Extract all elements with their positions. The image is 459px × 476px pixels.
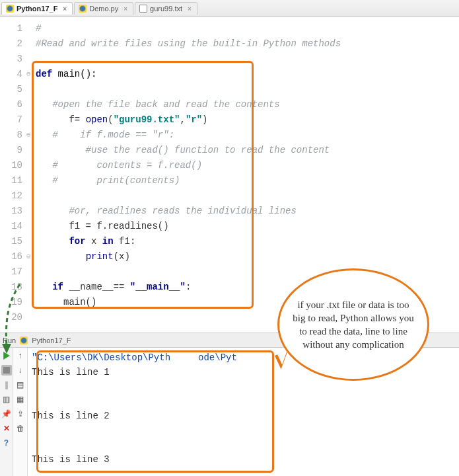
python-file-icon <box>79 5 87 13</box>
layout-icon[interactable]: ▥ <box>1 394 12 405</box>
console-line: This is line 2 <box>32 411 110 421</box>
close-icon[interactable]: ✕ <box>1 423 12 434</box>
editor-tabbar: Python17_F × Demo.py × guru99.txt × <box>0 0 459 17</box>
text-file-icon <box>139 5 147 13</box>
console-line: This is line 3 <box>32 454 110 465</box>
code-line: # contents = f.read() <box>36 160 202 171</box>
python-file-icon <box>6 5 14 13</box>
down-icon[interactable]: ↓ <box>15 365 26 376</box>
close-icon[interactable]: × <box>124 5 127 13</box>
close-icon[interactable]: × <box>63 5 67 13</box>
code-line: #or, readlines reads the individual line… <box>36 206 297 216</box>
builtin-print: print <box>86 251 114 262</box>
code-line: #Read and write files using the built-in… <box>36 38 341 49</box>
console-path: "C:\Users\DK\Desktop\Pyth ode\Pyt <box>32 352 237 363</box>
callout-text: if your .txt file or data is too big to … <box>291 298 415 352</box>
line-number-gutter: 1 2 3 4 5 6 7 8 9 10 11 12 13 14 15 16 1… <box>0 17 26 333</box>
tab-label: Python17_F <box>17 5 57 13</box>
up-icon[interactable]: ↑ <box>15 350 26 361</box>
svg-marker-0 <box>3 352 10 360</box>
console-line: This is line 1 <box>32 367 110 377</box>
string-literal: "guru99.txt" <box>114 114 180 125</box>
string-literal: "__main__" <box>130 282 186 292</box>
run-panel-label: Run <box>3 337 16 344</box>
code-line: f1 = f.readlines() <box>36 221 169 231</box>
string-literal: "r" <box>186 114 202 125</box>
run-icon[interactable] <box>1 350 12 361</box>
code-line: # if f.mode == "r": <box>36 130 174 140</box>
code-line: #use the read() function to read the con… <box>36 145 330 155</box>
builtin-open: open <box>86 114 108 125</box>
keyword-in: in <box>102 236 114 247</box>
code-text: f= <box>36 114 86 125</box>
code-line: main() <box>36 297 96 307</box>
tab-demo[interactable]: Demo.py × <box>74 2 133 15</box>
fn-name: main(): <box>52 69 96 79</box>
layout-icon[interactable]: ▤ <box>15 379 26 390</box>
code-line: # <box>36 23 41 34</box>
tab-guru99[interactable]: guru99.txt × <box>135 2 197 15</box>
fold-gutter[interactable]: ⊖ ⊖ ⊖ <box>26 17 36 333</box>
export-icon[interactable]: ⇪ <box>15 409 26 419</box>
tab-label: Demo.py <box>89 5 118 13</box>
code-line: #open the file back and read the content… <box>36 99 280 110</box>
pause-icon[interactable]: ‖ <box>1 379 12 390</box>
run-toolbar-secondary: ↑ ↓ ▤ ▦ ⇪ 🗑 <box>13 348 28 476</box>
close-icon[interactable]: × <box>188 5 192 13</box>
trash-icon[interactable]: 🗑 <box>15 423 26 434</box>
run-config-name: Python17_F <box>32 337 71 344</box>
tab-label: guru99.txt <box>150 5 182 13</box>
pin-icon[interactable]: 📌 <box>1 409 12 419</box>
python-file-icon <box>20 337 28 344</box>
keyword-for: for <box>69 236 85 247</box>
annotation-callout: if your .txt file or data is too big to … <box>277 268 429 381</box>
tab-python17[interactable]: Python17_F × <box>1 2 73 15</box>
stop-icon[interactable] <box>1 365 12 376</box>
run-toolbar-primary: ‖ ▥ 📌 ✕ ? <box>0 348 13 476</box>
code-line: # print(contents) <box>36 175 180 186</box>
keyword-def: def <box>36 69 52 79</box>
settings-icon[interactable]: ▦ <box>15 394 26 405</box>
keyword-if: if <box>52 282 63 292</box>
help-icon[interactable]: ? <box>1 438 12 448</box>
svg-rect-1 <box>3 367 10 374</box>
